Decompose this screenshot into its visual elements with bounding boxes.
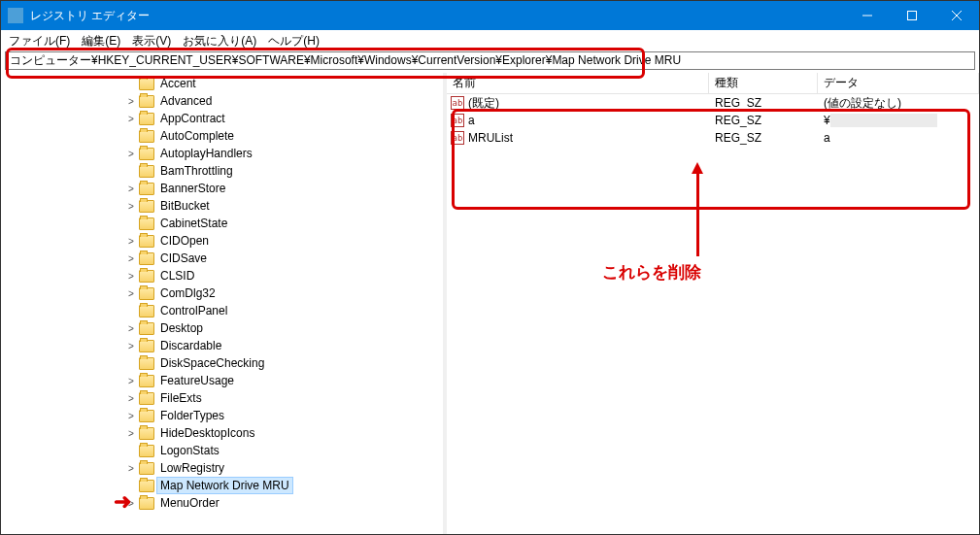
list-pane[interactable]: 名前 種類 データ ab(既定)REG_SZ(値の設定なし)abaREG_SZ¥… (447, 73, 979, 534)
value-type: REG_SZ (709, 114, 818, 127)
tree-item[interactable]: >CLSID (1, 267, 443, 284)
string-value-icon: ab (451, 96, 464, 110)
tree-item[interactable]: >ComDlg32 (1, 284, 443, 302)
folder-icon (139, 165, 154, 178)
expander-icon[interactable]: > (123, 323, 139, 334)
tree-item-label: AppContract (157, 111, 228, 126)
tree-item[interactable]: >LowRegistry (1, 459, 443, 477)
expander-icon[interactable]: > (123, 201, 139, 212)
window-title: レジストリ エディター (30, 8, 845, 24)
menu-edit[interactable]: 編集(E) (82, 33, 120, 50)
tree-item[interactable]: >FileExts (1, 389, 443, 407)
tree-item[interactable]: >FolderTypes (1, 407, 443, 424)
tree-item-label: Advanced (157, 93, 215, 109)
list-header: 名前 種類 データ (447, 73, 979, 94)
tree-item[interactable]: ControlPanel (1, 302, 443, 319)
address-bar[interactable] (5, 51, 975, 70)
tree-item-label: DiskSpaceChecking (157, 355, 267, 371)
tree-item[interactable]: >CIDSave (1, 250, 443, 267)
tree-item-label: BannerStore (157, 181, 228, 196)
tree-item[interactable]: >CIDOpen (1, 232, 443, 250)
list-row[interactable]: abaREG_SZ¥ (447, 112, 979, 129)
tree-item[interactable]: CabinetState (1, 215, 443, 232)
string-value-icon: ab (451, 114, 464, 127)
tree-item-label: Desktop (157, 320, 206, 336)
expander-icon[interactable]: > (123, 271, 139, 282)
menu-file[interactable]: ファイル(F) (9, 33, 70, 50)
col-name[interactable]: 名前 (447, 73, 709, 93)
tree-item-label: ControlPanel (157, 303, 230, 318)
minimize-button[interactable] (845, 1, 890, 30)
tree-item[interactable]: >AutoplayHandlers (1, 145, 443, 162)
col-data[interactable]: データ (818, 73, 979, 93)
tree-item-label: BamThrottling (157, 163, 236, 179)
tree-item[interactable]: >BitBucket (1, 197, 443, 215)
tree-item-label: FeatureUsage (157, 373, 237, 388)
tree-item-label: Discardable (157, 338, 224, 353)
tree-item[interactable]: >MenuOrder (1, 494, 443, 512)
expander-icon[interactable]: > (123, 376, 139, 386)
folder-icon (139, 427, 154, 440)
tree-item-label: HideDesktopIcons (157, 425, 257, 441)
expander-icon[interactable]: > (123, 393, 139, 404)
tree-item[interactable]: AutoComplete (1, 127, 443, 145)
folder-icon (139, 130, 154, 143)
folder-icon (139, 200, 154, 213)
col-type[interactable]: 種類 (709, 73, 818, 93)
tree-item[interactable]: Accent (1, 75, 443, 92)
expander-icon[interactable]: > (123, 184, 139, 194)
titlebar: レジストリ エディター (1, 1, 979, 30)
expander-icon[interactable]: > (123, 341, 139, 351)
tree-item-label: CIDOpen (157, 233, 212, 249)
expander-icon[interactable]: > (123, 498, 139, 509)
value-data: ¥ (818, 114, 979, 128)
tree-item-label: AutoComplete (157, 128, 237, 144)
regedit-icon (8, 8, 23, 23)
list-row[interactable]: ab(既定)REG_SZ(値の設定なし) (447, 94, 979, 112)
list-row[interactable]: abMRUListREG_SZa (447, 129, 979, 147)
folder-icon (139, 340, 154, 352)
folder-icon (139, 462, 154, 475)
tree-item-label: Accent (157, 76, 199, 91)
value-type: REG_SZ (709, 131, 818, 145)
tree-item[interactable]: >Discardable (1, 337, 443, 354)
folder-icon (139, 287, 154, 300)
tree-item[interactable]: >FeatureUsage (1, 372, 443, 389)
close-button[interactable] (934, 1, 979, 30)
tree-item[interactable]: Map Network Drive MRU (1, 477, 443, 494)
tree-item-label: FileExts (157, 390, 205, 406)
tree-item[interactable]: >AppContract (1, 110, 443, 127)
tree-item[interactable]: >BannerStore (1, 180, 443, 197)
expander-icon[interactable]: > (123, 253, 139, 264)
tree-item-label: FolderTypes (157, 408, 227, 423)
expander-icon[interactable]: > (123, 96, 139, 107)
address-bar-container (1, 49, 979, 73)
folder-icon (139, 235, 154, 248)
tree-item[interactable]: >HideDesktopIcons (1, 424, 443, 442)
tree-item[interactable]: >Advanced (1, 92, 443, 110)
folder-icon (139, 375, 154, 387)
menu-view[interactable]: 表示(V) (132, 33, 171, 50)
maximize-button[interactable] (890, 1, 934, 30)
tree-item-label: LogonStats (157, 443, 222, 458)
expander-icon[interactable]: > (123, 428, 139, 439)
value-name: (既定) (468, 95, 499, 112)
expander-icon[interactable]: > (123, 288, 139, 299)
menubar: ファイル(F) 編集(E) 表示(V) お気に入り(A) ヘルプ(H) (1, 30, 979, 49)
value-data: (値の設定なし) (818, 95, 979, 112)
tree-item[interactable]: DiskSpaceChecking (1, 354, 443, 372)
tree-item-label: BitBucket (157, 198, 213, 214)
menu-help[interactable]: ヘルプ(H) (268, 33, 320, 50)
expander-icon[interactable]: > (123, 463, 139, 474)
menu-fav[interactable]: お気に入り(A) (183, 33, 256, 50)
expander-icon[interactable]: > (123, 114, 139, 124)
expander-icon[interactable]: > (123, 236, 139, 247)
expander-icon[interactable]: > (123, 149, 139, 159)
folder-icon (139, 113, 154, 125)
tree-item[interactable]: >Desktop (1, 319, 443, 337)
expander-icon[interactable]: > (123, 411, 139, 421)
tree-pane[interactable]: Accent>Advanced>AppContractAutoComplete>… (1, 73, 443, 534)
tree-item[interactable]: LogonStats (1, 442, 443, 459)
tree-item[interactable]: BamThrottling (1, 162, 443, 180)
folder-icon (139, 305, 154, 318)
